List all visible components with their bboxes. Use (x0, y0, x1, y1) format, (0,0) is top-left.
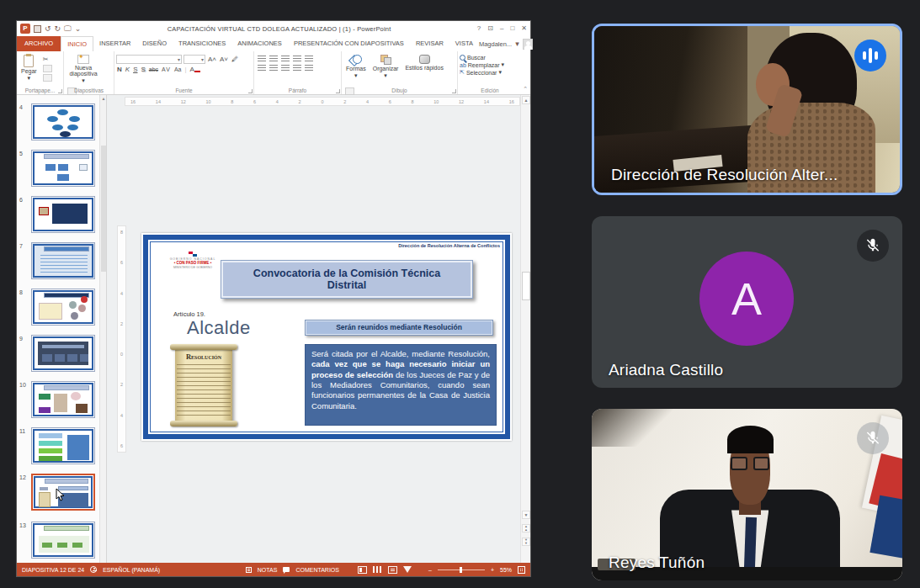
font-name-combo[interactable] (116, 55, 182, 64)
paragraph-dialog-launcher[interactable] (336, 89, 340, 93)
align-left-icon[interactable] (258, 65, 266, 72)
numbering-icon[interactable] (269, 56, 278, 62)
line-spacing-icon[interactable] (305, 56, 313, 62)
quick-styles-button[interactable]: Estilos rápidos (402, 54, 446, 86)
underline-button[interactable]: S (132, 66, 138, 73)
italic-button[interactable]: K (125, 66, 130, 73)
align-center-icon[interactable] (269, 65, 278, 72)
char-spacing-button[interactable]: AV (161, 66, 172, 72)
reading-view-icon[interactable] (388, 566, 397, 574)
scroll-down-icon[interactable]: ▼ (522, 511, 530, 519)
thumbnail-slide-6[interactable]: 6 (19, 195, 99, 236)
close-button[interactable]: ✕ (521, 24, 527, 33)
thumbnail-slide-11[interactable]: 11 (19, 426, 99, 467)
tab-animaciones[interactable]: ANIMACIONES (231, 36, 288, 51)
minimize-button[interactable]: – (500, 24, 503, 33)
clear-format-icon[interactable]: 🖉 (231, 56, 239, 63)
scroll-up-icon[interactable]: ▲ (522, 96, 530, 104)
paste-button[interactable]: Pegar ▾ (19, 54, 40, 86)
shapes-button[interactable]: Formas ▾ (343, 54, 369, 86)
thumbnail-slide-4[interactable]: 4 (19, 103, 99, 143)
comments-icon[interactable] (283, 567, 290, 572)
font-dialog-launcher[interactable] (248, 89, 253, 93)
arrange-button[interactable]: Organizar ▾ (370, 54, 402, 86)
qat-dropdown-icon[interactable]: ⌄ (75, 24, 82, 33)
find-button[interactable]: Buscar (460, 55, 520, 61)
clipboard-dialog-launcher[interactable] (58, 89, 62, 93)
tab-vista[interactable]: VISTA (449, 36, 479, 51)
format-painter-icon[interactable] (43, 74, 52, 82)
thumbnail-scroll-up-icon[interactable]: ▲ (100, 95, 107, 103)
increase-indent-icon[interactable] (293, 56, 301, 62)
thumbnail-slide-12-selected[interactable]: 12 (19, 473, 99, 513)
callout-box[interactable]: Serán reunidos mediante Resolución (305, 320, 493, 336)
tab-inicio[interactable]: INICIO (61, 36, 93, 51)
bold-button[interactable]: N (116, 66, 123, 73)
font-color-button[interactable]: A (189, 66, 201, 73)
thumbnail-slide-10[interactable]: 10 (19, 380, 99, 421)
slide-canvas[interactable]: Dirección de Resolución Alterna de Confl… (141, 233, 512, 441)
next-slide-button[interactable]: ▼▼ (522, 538, 530, 546)
comments-toggle[interactable]: COMENTARIOS (295, 567, 339, 573)
fit-to-window-icon[interactable] (518, 566, 525, 574)
redo-icon[interactable]: ↻ (55, 24, 61, 33)
slide-body-textbox[interactable]: Será citada por el Alcalde, mediante Res… (305, 344, 497, 426)
normal-view-icon[interactable] (358, 566, 367, 574)
scrollbar-thumb[interactable] (522, 272, 530, 300)
accessibility-icon[interactable] (90, 566, 97, 573)
undo-icon[interactable]: ↺ (45, 24, 51, 33)
change-case-button[interactable]: Aa (173, 66, 183, 72)
columns-icon[interactable] (305, 65, 313, 72)
tab-transiciones[interactable]: TRANSICIONES (173, 36, 231, 51)
thumbnail-slide-5[interactable]: 5 (19, 149, 99, 189)
text-shadow-button[interactable]: S (140, 66, 146, 73)
slide-sorter-view-icon[interactable] (373, 566, 382, 573)
previous-slide-button[interactable]: ▲▲ (522, 524, 530, 532)
font-size-combo[interactable] (183, 55, 205, 64)
tab-presentacion[interactable]: PRESENTACIÓN CON DIAPOSITIVAS (288, 36, 410, 51)
thumbnail-slide-8[interactable]: 8 (19, 288, 99, 328)
zoom-in-button[interactable]: + (491, 567, 494, 573)
slide-title-box[interactable]: Convocatoria de la Comisión Técnica Dist… (221, 260, 473, 299)
alcalde-text[interactable]: Alcalde (187, 317, 251, 339)
strikethrough-button[interactable]: abc (148, 66, 159, 72)
thumbnail-slide-9[interactable]: 9 (19, 334, 99, 374)
new-slide-button[interactable]: Nueva diapositiva ▾ (66, 54, 101, 86)
editor-scrollbar[interactable]: ▲ ▼ ▲▲ ▼▼ (520, 95, 530, 563)
language-status[interactable]: ESPAÑOL (PANAMÁ) (103, 567, 160, 573)
tab-diseno[interactable]: DISEÑO (136, 36, 173, 51)
zoom-slider-knob[interactable] (460, 567, 462, 573)
cut-icon[interactable]: ✂ (43, 56, 52, 63)
account-menu[interactable]: Magdalen... (479, 40, 512, 48)
account-dropdown-icon[interactable]: ▾ (515, 40, 519, 48)
tab-revisar[interactable]: REVISAR (410, 36, 449, 51)
thumbnail-slide-7[interactable]: 7 (19, 241, 99, 282)
ribbon-display-button[interactable]: ⊡ (487, 24, 493, 33)
zoom-out-button[interactable]: – (428, 567, 432, 573)
replace-button[interactable]: ab Reemplazar ▾ (460, 61, 520, 68)
copy-icon[interactable] (43, 65, 52, 72)
tab-insertar[interactable]: INSERTAR (93, 36, 136, 51)
tab-archivo[interactable]: ARCHIVO (17, 36, 61, 51)
bullets-icon[interactable] (258, 56, 266, 62)
account-avatar[interactable] (523, 39, 533, 50)
shrink-font-icon[interactable]: A˅ (219, 56, 229, 63)
start-slideshow-icon[interactable]: 🖵 (64, 24, 72, 33)
thumbnail-scrollbar-thumb[interactable] (101, 146, 106, 272)
maximize-button[interactable]: □ (510, 24, 514, 33)
justify-icon[interactable] (293, 65, 301, 72)
drawing-dialog-launcher[interactable] (452, 89, 456, 93)
participant-tile-reyes[interactable]: Reyes Tuñón (592, 409, 902, 580)
align-right-icon[interactable] (281, 65, 290, 72)
thumbnail-scrollbar[interactable]: ▲ (99, 95, 106, 563)
notes-toggle[interactable]: NOTAS (258, 567, 278, 573)
participant-tile-direccion[interactable]: Dirección de Resolución Alter... (592, 24, 902, 195)
save-icon[interactable] (34, 25, 41, 33)
grow-font-icon[interactable]: A˄ (207, 56, 217, 63)
decrease-indent-icon[interactable] (281, 56, 290, 62)
thumbnail-slide-13[interactable]: 13 (19, 521, 99, 561)
collapse-ribbon-icon[interactable]: ⌃ (523, 86, 528, 93)
slideshow-view-icon[interactable] (403, 566, 412, 573)
participant-tile-ariadna[interactable]: A Ariadna Castillo (592, 216, 902, 388)
zoom-slider[interactable] (438, 569, 485, 570)
